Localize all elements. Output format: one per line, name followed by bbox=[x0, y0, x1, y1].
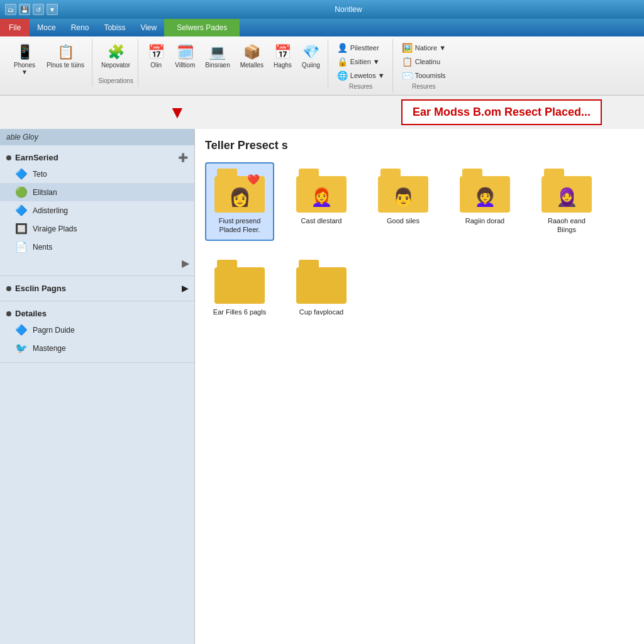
menu-view[interactable]: View bbox=[133, 19, 164, 36]
mastenge-icon: 🐦 bbox=[15, 342, 28, 354]
natiore-button[interactable]: 🖼️ Natiore ▼ bbox=[398, 42, 450, 54]
sidebar: able Gloy EarnSeried ➕ 🔷 Teto 🟢 Elitslan… bbox=[0, 129, 195, 644]
folder-grid: 👩 ❤️ Fiust presend Pladed Fleer. 👩‍🦰 Cas… bbox=[205, 162, 634, 323]
folder-icon-1: 👩 ❤️ bbox=[214, 169, 265, 213]
quiing-button[interactable]: 💎 Quiing bbox=[298, 42, 324, 71]
ribbon-tools-items: 📅 Olin 🗓️ Villtiom 💻 Binsraen 📦 Metalles… bbox=[143, 42, 324, 71]
menu-file[interactable]: File bbox=[0, 19, 30, 36]
ribbon-nepovator-items: 🧩 Nepovator bbox=[97, 42, 134, 71]
folder-char-5: 🧕 bbox=[556, 187, 578, 208]
title-icon-3[interactable]: ↺ bbox=[33, 4, 44, 15]
ribbon-phones-items: 📱 Phones ▼ 📋 Plnus te tùins bbox=[9, 42, 88, 78]
menu-reno[interactable]: Reno bbox=[64, 19, 97, 36]
olin-button[interactable]: 📅 Olin bbox=[143, 42, 169, 71]
olin-icon: 📅 bbox=[148, 44, 165, 60]
ribbon-right2-items: 🖼️ Natiore ▼ 📋 Cleatinu ✉️ Tooumisls bbox=[398, 42, 450, 82]
folder-icon-2: 👩‍🦰 bbox=[296, 169, 347, 213]
earn-scroll-icon[interactable]: ▶ bbox=[182, 257, 189, 269]
esclin-bullet bbox=[6, 286, 11, 291]
window-title: Nontlew bbox=[335, 5, 362, 14]
folder-item-4[interactable]: 👩‍🦱 Ragiin dorad bbox=[450, 162, 519, 241]
sidebar-item-pagrin[interactable]: 🔷 Pagrn Duide bbox=[0, 321, 194, 339]
binsraen-button[interactable]: 💻 Binsraen bbox=[201, 42, 233, 71]
detailes-bullet bbox=[6, 311, 11, 316]
folder-label-6: Ear Filles 6 pagls bbox=[213, 308, 266, 316]
esitien-icon: 🔒 bbox=[337, 57, 348, 67]
sidebar-item-adisterling[interactable]: 🔷 Adisterling bbox=[0, 201, 194, 219]
earn-bullet bbox=[6, 155, 11, 160]
title-icon-1[interactable]: 🗂 bbox=[5, 4, 16, 15]
ribbon-group-label-1: Sioperations bbox=[98, 77, 133, 84]
folder-char-4: 👩‍🦱 bbox=[474, 187, 496, 208]
sidebar-section-esclin: Esclin Pagns ▶ bbox=[0, 276, 194, 301]
cleatinu-button[interactable]: 📋 Cleatinu bbox=[398, 55, 450, 68]
ribbon-group-right1: 👤 Pilestteer 🔒 Esitien ▼ 🌐 Lewetos ▼ Res… bbox=[330, 39, 393, 92]
folder-heart-1: ❤️ bbox=[247, 174, 260, 186]
folder-item-1[interactable]: 👩 ❤️ Fiust presend Pladed Fleer. bbox=[205, 162, 274, 241]
folder-label-5: Raaoh eand Biings bbox=[538, 216, 595, 235]
phones-icon: 📱 bbox=[16, 44, 33, 60]
phones-button[interactable]: 📱 Phones ▼ bbox=[9, 42, 40, 78]
folder-tab-3 bbox=[380, 169, 401, 176]
ribbon-group-tools: 📅 Olin 🗓️ Villtiom 💻 Binsraen 📦 Metalles… bbox=[140, 39, 328, 87]
sidebar-section-earn-title: EarnSeried ➕ bbox=[0, 150, 194, 165]
tooumisls-button[interactable]: ✉️ Tooumisls bbox=[398, 69, 450, 82]
folder-item-5[interactable]: 🧕 Raaoh eand Biings bbox=[532, 162, 601, 241]
metalles-icon: 📦 bbox=[243, 44, 260, 60]
sidebar-section-earn: EarnSeried ➕ 🔷 Teto 🟢 Elitslan 🔷 Adister… bbox=[0, 145, 194, 276]
villtiom-button[interactable]: 🗓️ Villtiom bbox=[171, 42, 199, 71]
earn-expand-icon[interactable]: ➕ bbox=[178, 153, 188, 162]
esitien-button[interactable]: 🔒 Esitien ▼ bbox=[333, 55, 389, 68]
plnus-button[interactable]: 📋 Plnus te tùins bbox=[43, 42, 88, 71]
cleatinu-icon: 📋 bbox=[402, 57, 413, 67]
sidebar-item-elitslan[interactable]: 🟢 Elitslan bbox=[0, 183, 194, 201]
lewetos-icon: 🌐 bbox=[337, 70, 348, 80]
folder-item-3[interactable]: 👨 Good siles bbox=[369, 162, 438, 241]
folder-label-7: Cup favplocad bbox=[299, 308, 343, 316]
nepovator-icon: 🧩 bbox=[108, 44, 125, 60]
nepovator-button[interactable]: 🧩 Nepovator bbox=[97, 42, 134, 71]
folder-body-6 bbox=[214, 267, 265, 304]
ribbon-group-label-4: Resures bbox=[412, 83, 435, 90]
lewetos-button[interactable]: 🌐 Lewetos ▼ bbox=[333, 69, 389, 82]
esclin-expand-icon[interactable]: ▶ bbox=[182, 284, 188, 293]
folder-char-2: 👩‍🦰 bbox=[311, 187, 333, 208]
title-icon-4[interactable]: ▼ bbox=[47, 4, 58, 15]
viraige-icon: 🔲 bbox=[15, 223, 28, 235]
ribbon-right1-items: 👤 Pilestteer 🔒 Esitien ▼ 🌐 Lewetos ▼ bbox=[333, 42, 389, 82]
menu-selwers[interactable]: Selwers Pades bbox=[164, 19, 240, 36]
sidebar-item-mastenge[interactable]: 🐦 Mastenge bbox=[0, 339, 194, 357]
folder-tab-2 bbox=[299, 169, 319, 176]
folder-item-7[interactable]: Cup favplocad bbox=[287, 253, 356, 323]
title-icon-2[interactable]: 💾 bbox=[19, 4, 30, 15]
folder-icon-7 bbox=[296, 260, 347, 304]
folder-label-1: Fiust presend Pladed Fleer. bbox=[211, 216, 268, 235]
alert-arrow-icon: ▼ bbox=[169, 103, 186, 123]
haghs-button[interactable]: 📅 Haghs bbox=[270, 42, 296, 71]
menu-tobiss[interactable]: Tobiss bbox=[96, 19, 133, 36]
menu-moce[interactable]: Moce bbox=[30, 19, 63, 36]
binsraen-icon: 💻 bbox=[209, 44, 226, 60]
folder-item-2[interactable]: 👩‍🦰 Cast dlestard bbox=[287, 162, 356, 241]
folder-icon-6 bbox=[214, 260, 265, 304]
folder-char-3: 👨 bbox=[392, 187, 414, 208]
sidebar-section-detailes-title: Detailes bbox=[0, 306, 194, 321]
folder-item-6[interactable]: Ear Filles 6 pagls bbox=[205, 253, 274, 323]
content-title: Teller Presect s bbox=[205, 139, 634, 152]
folder-tab-7 bbox=[299, 260, 319, 267]
sidebar-item-nents[interactable]: 📄 Nents bbox=[0, 238, 194, 256]
pilestteer-button[interactable]: 👤 Pilestteer bbox=[333, 42, 389, 54]
elitslan-icon: 🟢 bbox=[15, 186, 28, 198]
title-bar: 🗂 💾 ↺ ▼ Nontlew bbox=[0, 0, 644, 19]
natiore-icon: 🖼️ bbox=[402, 43, 413, 53]
sidebar-item-viraige[interactable]: 🔲 Viraige Plads bbox=[0, 219, 194, 238]
folder-tab-6 bbox=[217, 260, 237, 267]
folder-icon-4: 👩‍🦱 bbox=[460, 169, 510, 213]
folder-icon-5: 🧕 bbox=[541, 169, 592, 213]
sidebar-section-detailes: Detailes 🔷 Pagrn Duide 🐦 Mastenge bbox=[0, 301, 194, 363]
sidebar-header: able Gloy bbox=[0, 129, 194, 145]
tooumisls-icon: ✉️ bbox=[402, 70, 413, 80]
metalles-button[interactable]: 📦 Metalles bbox=[236, 42, 267, 71]
sidebar-item-teto[interactable]: 🔷 Teto bbox=[0, 165, 194, 183]
plnus-icon: 📋 bbox=[57, 44, 74, 60]
